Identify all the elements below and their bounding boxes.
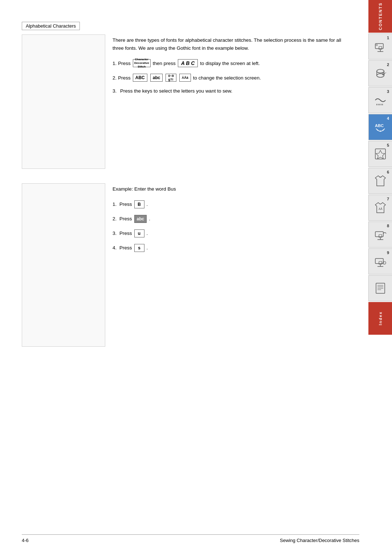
step-list-1: 1. Press CharacterDecorativeStitch then … (113, 59, 352, 94)
example-step-2-dot: . (149, 216, 150, 221)
example-step-3-dot: . (147, 231, 148, 236)
example-step-3-number: 3. (113, 231, 117, 236)
example-step-2: 2. Press abc . (113, 215, 352, 223)
machine3-icon: ! (374, 255, 387, 268)
step-1-suffix: to display the screen at left. (200, 61, 260, 66)
sidebar-tab-1[interactable]: 1 (368, 33, 392, 60)
example-step-1-press: Press (118, 201, 132, 207)
step-3-text: Press the keys to select the letters you… (119, 88, 232, 94)
sidebar-tab-9[interactable]: 9 ! (368, 248, 392, 274)
pattern-icon (374, 147, 387, 160)
u-button[interactable]: u (134, 229, 144, 237)
special-chars-button[interactable]: ÄÅä (179, 74, 191, 82)
abc-toggle-button[interactable]: abc (134, 215, 147, 223)
svg-point-17 (377, 130, 378, 131)
example-step-3: 3. Press u . (113, 229, 352, 237)
main-content: Alphabetical Characters There are three … (0, 0, 363, 554)
tab-9-number: 9 (387, 250, 389, 255)
contents-label: CONTENTS (378, 3, 383, 30)
stitch-icon (374, 94, 387, 107)
b-button[interactable]: B (134, 200, 144, 208)
embroidery-icon: ÄÅ (374, 201, 387, 214)
step-1-number: 1. (113, 61, 117, 66)
char-decorative-stitch-button[interactable]: CharacterDecorativeStitch (133, 59, 151, 67)
step-1: 1. Press CharacterDecorativeStitch then … (113, 59, 352, 67)
example-step-4: 4. Press s . (113, 244, 352, 252)
machine2-icon (374, 228, 387, 241)
intro-paragraph: There are three types of fonts for alpha… (113, 36, 352, 52)
index-tab[interactable]: Index (368, 302, 392, 335)
example-step-4-press: Press (118, 245, 132, 250)
tab-3-number: 3 (387, 89, 389, 94)
image-placeholder-2 (22, 183, 105, 347)
example-step-1-dot: . (147, 201, 148, 207)
svg-text:ÄÅ: ÄÅ (379, 207, 383, 211)
abc-lower-button[interactable]: abc (150, 74, 163, 82)
sidebar-tab-3[interactable]: 3 (368, 87, 392, 113)
example-step-3-press: Press (118, 231, 132, 236)
page-container: Alphabetical Characters There are three … (0, 0, 392, 554)
content-block-1: There are three types of fonts for alpha… (22, 34, 352, 169)
sidebar-tab-6[interactable]: 6 (368, 168, 392, 194)
step-list-2: 1. Press B . 2. Press abc . (113, 200, 352, 252)
svg-rect-1 (379, 46, 382, 49)
image-placeholder-1 (22, 34, 105, 169)
footer-chapter-title: Sewing Character/Decorative Stitches (280, 538, 359, 543)
svg-point-18 (380, 131, 381, 132)
sidebar-tab-7[interactable]: 7 ÄÅ (368, 195, 392, 221)
svg-text:!: ! (384, 262, 384, 264)
step-3-number: 3. (113, 88, 117, 94)
index-label: Index (378, 311, 383, 326)
sidebar-tab-4[interactable]: 4 ABC (368, 114, 392, 140)
step-2: 2. Press ABC abc 0~9g?! ÄÅä to change th… (113, 74, 352, 82)
svg-rect-24 (379, 235, 382, 237)
example-step-2-number: 2. (113, 216, 117, 221)
page-footer: 4-6 Sewing Character/Decorative Stitches (22, 534, 359, 543)
right-sidebar: CONTENTS 1 2 (366, 0, 392, 554)
bobbin-icon (374, 67, 387, 80)
example-step-1-number: 1. (113, 201, 117, 207)
tab-6-number: 6 (387, 170, 389, 174)
contents-tab[interactable]: CONTENTS (368, 0, 392, 33)
example-step-1: 1. Press B . (113, 200, 352, 208)
tab-5-number: 5 (387, 143, 389, 147)
step-3: 3. Press the keys to select the letters … (113, 88, 352, 94)
tab-1-number: 1 (387, 36, 389, 40)
svg-marker-21 (376, 150, 385, 159)
example-step-4-number: 4. (113, 245, 117, 250)
svg-point-4 (376, 44, 377, 46)
section-title: Alphabetical Characters (22, 22, 80, 30)
step-2-suffix: to change the selection screen. (193, 75, 261, 81)
step-2-number: 2. (113, 75, 117, 81)
sidebar-tab-8[interactable]: 8 (368, 221, 392, 248)
svg-rect-23 (375, 232, 383, 237)
tab-7-number: 7 (387, 197, 389, 201)
svg-point-6 (377, 74, 384, 77)
svg-point-19 (383, 130, 384, 131)
content-block-2: Example: Enter the word Bus 1. Press B . (22, 183, 352, 347)
big-abc-button[interactable]: A B C (178, 59, 198, 67)
sidebar-tab-10[interactable] (368, 275, 392, 301)
svg-line-10 (383, 73, 386, 74)
svg-point-5 (377, 69, 384, 73)
step-1-then: then press (153, 61, 176, 66)
example-step-2-press: Press (118, 216, 132, 221)
step-2-press: Press (118, 75, 131, 81)
tab-2-number: 2 (387, 62, 389, 67)
example-step-4-dot: . (147, 245, 148, 250)
sidebar-tab-5[interactable]: 5 (368, 141, 392, 167)
step-1-press: Press (118, 61, 131, 66)
nums-button[interactable]: 0~9g?! (166, 74, 176, 82)
svg-text:ABC: ABC (375, 123, 384, 128)
shirt-icon (374, 174, 387, 187)
text-content-1: There are three types of fonts for alpha… (113, 34, 352, 169)
tab-8-number: 8 (387, 224, 389, 228)
sewing-machine-icon (374, 40, 387, 53)
tab-4-number: 4 (387, 116, 389, 121)
sidebar-tab-2[interactable]: 2 (368, 60, 392, 86)
s-button[interactable]: s (134, 244, 144, 252)
abc-embroidery-icon: ABC (374, 121, 387, 134)
book-icon (374, 282, 387, 295)
footer-page-number: 4-6 (22, 538, 29, 543)
abc-button[interactable]: ABC (133, 74, 147, 82)
